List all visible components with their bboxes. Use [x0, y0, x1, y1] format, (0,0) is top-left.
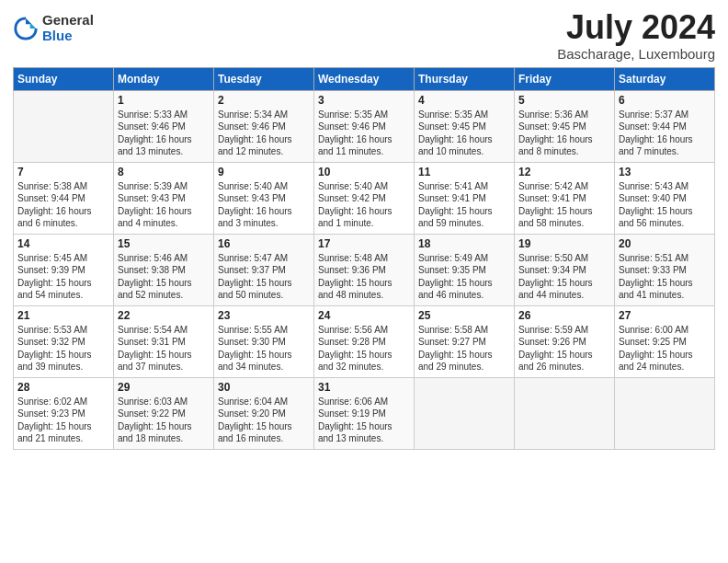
header-cell-sunday: Sunday — [14, 67, 114, 90]
cell-line: Sunrise: 6:04 AM — [218, 396, 288, 407]
calendar-container: General Blue July 2024 Bascharage, Luxem… — [0, 0, 728, 459]
cell-line: Sunrise: 5:43 AM — [619, 181, 688, 191]
cell-line: and 6 minutes. — [17, 218, 78, 228]
cell-line: and 3 minutes. — [218, 218, 279, 228]
cell-line: Daylight: 15 hours — [318, 278, 392, 288]
cell-line: Daylight: 16 hours — [118, 134, 192, 144]
week-row-1: 7Sunrise: 5:38 AMSunset: 9:44 PMDaylight… — [14, 162, 715, 234]
cell-line: Sunset: 9:41 PM — [418, 193, 486, 203]
header: General Blue July 2024 Bascharage, Luxem… — [13, 9, 715, 62]
cell-line: and 44 minutes. — [518, 290, 584, 300]
day-cell: 13Sunrise: 5:43 AMSunset: 9:40 PMDayligh… — [615, 162, 715, 234]
cell-line: and 50 minutes. — [218, 290, 283, 300]
cell-line: Sunset: 9:20 PM — [218, 408, 286, 419]
cell-line: and 59 minutes. — [418, 218, 483, 228]
cell-line: Sunset: 9:38 PM — [118, 265, 186, 275]
cell-line: Sunset: 9:32 PM — [17, 337, 85, 347]
cell-line: and 32 minutes. — [318, 362, 383, 372]
logo: General Blue — [13, 13, 94, 43]
cell-line: Sunrise: 5:45 AM — [17, 253, 87, 263]
cell-line: Sunrise: 5:39 AM — [118, 181, 188, 191]
cell-line: Daylight: 16 hours — [318, 206, 392, 216]
day-number: 10 — [318, 166, 410, 178]
cell-line: and 1 minute. — [318, 218, 374, 228]
cell-line: Sunrise: 5:41 AM — [418, 181, 488, 191]
day-cell: 2Sunrise: 5:34 AMSunset: 9:46 PMDaylight… — [214, 90, 314, 162]
cell-line: Daylight: 16 hours — [118, 206, 192, 216]
cell-line: Sunrise: 5:48 AM — [318, 253, 388, 263]
day-cell: 21Sunrise: 5:53 AMSunset: 9:32 PMDayligh… — [14, 305, 114, 377]
day-number: 18 — [418, 237, 510, 250]
day-number: 5 — [518, 94, 610, 107]
day-number: 14 — [17, 237, 109, 250]
calendar-header-row: SundayMondayTuesdayWednesdayThursdayFrid… — [14, 67, 715, 90]
day-cell: 14Sunrise: 5:45 AMSunset: 9:39 PMDayligh… — [14, 234, 114, 305]
day-number: 21 — [17, 309, 109, 322]
cell-line: Sunrise: 5:51 AM — [619, 253, 688, 263]
cell-line: Sunrise: 5:33 AM — [118, 109, 188, 120]
cell-line: Daylight: 15 hours — [418, 350, 493, 360]
day-number: 28 — [17, 381, 109, 394]
cell-line: Daylight: 16 hours — [418, 134, 493, 144]
cell-line: and 10 minutes. — [418, 146, 483, 156]
cell-line: Sunset: 9:33 PM — [619, 265, 687, 275]
day-number: 4 — [418, 94, 510, 107]
cell-line: Daylight: 15 hours — [118, 350, 192, 360]
day-cell: 15Sunrise: 5:46 AMSunset: 9:38 PMDayligh… — [114, 234, 214, 305]
cell-line: Daylight: 15 hours — [218, 350, 292, 360]
cell-line: Daylight: 16 hours — [218, 206, 292, 216]
cell-line: and 21 minutes. — [17, 433, 83, 443]
day-cell: 19Sunrise: 5:50 AMSunset: 9:34 PMDayligh… — [515, 234, 615, 305]
cell-line: and 18 minutes. — [118, 433, 183, 443]
cell-line: and 46 minutes. — [418, 290, 483, 300]
day-cell: 16Sunrise: 5:47 AMSunset: 9:37 PMDayligh… — [214, 234, 314, 305]
week-row-0: 1Sunrise: 5:33 AMSunset: 9:46 PMDaylight… — [14, 90, 715, 162]
cell-line: Sunset: 9:45 PM — [418, 121, 486, 132]
cell-line: and 39 minutes. — [17, 362, 83, 372]
cell-line: Sunset: 9:40 PM — [619, 193, 687, 203]
cell-line: Daylight: 16 hours — [218, 134, 292, 144]
cell-line: Sunset: 9:27 PM — [418, 337, 486, 347]
day-number: 13 — [619, 166, 711, 178]
cell-line: Sunrise: 5:55 AM — [218, 325, 288, 335]
cell-line: and 56 minutes. — [619, 218, 684, 228]
cell-line: Sunset: 9:25 PM — [619, 337, 687, 347]
day-number: 25 — [418, 309, 510, 322]
cell-line: Daylight: 15 hours — [17, 278, 92, 288]
header-cell-thursday: Thursday — [415, 67, 515, 90]
logo-text: General Blue — [42, 13, 94, 43]
day-cell: 11Sunrise: 5:41 AMSunset: 9:41 PMDayligh… — [415, 162, 515, 234]
cell-line: Sunset: 9:39 PM — [17, 265, 85, 275]
header-cell-saturday: Saturday — [615, 67, 715, 90]
day-number: 30 — [218, 381, 310, 394]
cell-line: Sunset: 9:43 PM — [218, 193, 286, 203]
day-number: 15 — [118, 237, 210, 250]
cell-line: Daylight: 15 hours — [418, 278, 493, 288]
cell-line: Sunset: 9:46 PM — [118, 121, 186, 132]
title-area: July 2024 Bascharage, Luxembourg — [557, 9, 715, 62]
cell-line: Sunrise: 5:50 AM — [518, 253, 588, 263]
cell-line: Daylight: 15 hours — [418, 206, 493, 216]
cell-line: Sunset: 9:30 PM — [218, 337, 286, 347]
cell-line: and 58 minutes. — [518, 218, 584, 228]
cell-line: Sunset: 9:44 PM — [17, 193, 85, 203]
week-row-2: 14Sunrise: 5:45 AMSunset: 9:39 PMDayligh… — [14, 234, 715, 305]
day-cell: 28Sunrise: 6:02 AMSunset: 9:23 PMDayligh… — [14, 377, 114, 449]
cell-line: Sunrise: 5:37 AM — [619, 109, 688, 120]
cell-line: Sunset: 9:34 PM — [518, 265, 586, 275]
day-cell: 22Sunrise: 5:54 AMSunset: 9:31 PMDayligh… — [114, 305, 214, 377]
cell-line: Sunset: 9:35 PM — [418, 265, 486, 275]
day-cell: 17Sunrise: 5:48 AMSunset: 9:36 PMDayligh… — [314, 234, 415, 305]
cell-line: Sunrise: 5:54 AM — [118, 325, 188, 335]
day-number: 19 — [518, 237, 610, 250]
day-number: 29 — [118, 381, 210, 394]
cell-line: Sunrise: 6:06 AM — [318, 396, 388, 407]
cell-line: Daylight: 15 hours — [17, 350, 92, 360]
day-cell: 5Sunrise: 5:36 AMSunset: 9:45 PMDaylight… — [515, 90, 615, 162]
day-cell: 20Sunrise: 5:51 AMSunset: 9:33 PMDayligh… — [615, 234, 715, 305]
header-cell-monday: Monday — [114, 67, 214, 90]
cell-line: Sunset: 9:23 PM — [17, 408, 85, 419]
cell-line: Daylight: 15 hours — [518, 278, 593, 288]
cell-line: Sunrise: 5:53 AM — [17, 325, 87, 335]
day-cell — [415, 377, 515, 449]
